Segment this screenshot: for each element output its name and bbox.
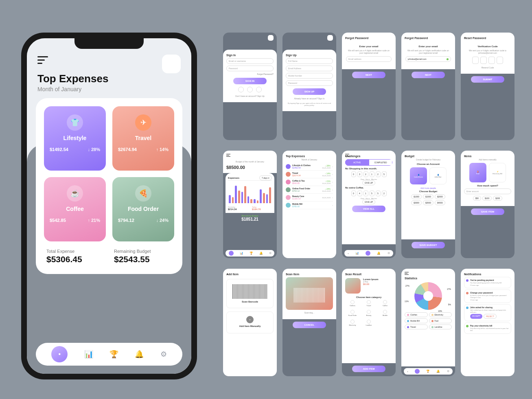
screen-challenges[interactable]: Challenges ACTIVECOMPLETED No Shopping i… (342, 151, 396, 258)
email-field[interactable]: Email Address (286, 66, 333, 71)
submit-button[interactable]: SUBMIT (471, 76, 504, 83)
legend-item[interactable]: Clothes (405, 312, 428, 317)
notification-item[interactable]: John asked for sharingJohn asked you to … (464, 304, 511, 321)
nav-bell-icon[interactable]: 🔔 (259, 252, 263, 255)
tab-segment[interactable]: ACTIVECOMPLETED (345, 159, 392, 166)
legend-item[interactable]: Mobile Bill (405, 318, 428, 323)
email-field[interactable]: Email address (346, 56, 392, 62)
period-dropdown[interactable]: 7 days ▾ (259, 175, 272, 180)
nav-stats-icon[interactable]: 📊 (84, 350, 93, 359)
sign-in-button[interactable]: SIGN IN (233, 78, 266, 84)
amount-field[interactable]: Enter amount (464, 189, 511, 194)
screen-sign-up[interactable]: Sign Up Full Name Email Address Mobile N… (282, 33, 336, 140)
screen-scan-item[interactable]: ← Scan Item Scanning... CANCEL (282, 269, 336, 376)
screen-reset-password[interactable]: ← Reset Password Verification Code We se… (461, 33, 514, 140)
tile-coffee[interactable]: ☕ Coffee $542.85↑ 21% (44, 177, 106, 241)
back-icon[interactable]: ← (405, 154, 408, 158)
account-card[interactable]: 👤Linda Brown (410, 167, 427, 184)
screen-budget-create[interactable]: ← Budget Create budget for February Choo… (401, 151, 455, 258)
next-button[interactable]: NEXT (352, 72, 385, 78)
email-field[interactable]: Email or username (226, 58, 274, 64)
nav-trophy-icon[interactable]: 🏆 (109, 350, 118, 359)
social-icon[interactable] (238, 87, 244, 92)
tile-food-order[interactable]: 🍕 Food Order $794.12↓ 24% (112, 177, 174, 241)
screen-forgot-password-filled[interactable]: ← Forgot Password Enter your email We wi… (401, 33, 455, 140)
resend-code-link[interactable]: Resend Code (465, 66, 510, 69)
category-option[interactable]: Clothes (345, 300, 360, 308)
notification-item[interactable]: Pay your electricity billPay electricity… (464, 322, 511, 334)
scan-barcode-card[interactable]: Scan Barcode (226, 279, 274, 308)
account-card[interactable]: 👤John Doe (429, 167, 447, 184)
legend-item[interactable]: Travel (405, 324, 428, 329)
cancel-button[interactable]: CANCEL (293, 322, 326, 328)
give-up-button[interactable]: GIVE UP (362, 200, 375, 204)
screen-scan-result[interactable]: ← Scan Result Lorem Ipsum 2 Pcs $0.00 Ch… (342, 269, 396, 376)
screen-items[interactable]: ← Items Add items manually ⛽Fuel ⚡Electr… (461, 151, 514, 258)
category-option[interactable]: Travel (361, 300, 376, 308)
item-tile-fuel[interactable]: ⛽Fuel (469, 163, 486, 182)
screen-forgot-password[interactable]: ← Forgot Password Enter your email We wi… (342, 33, 396, 140)
signin-link[interactable]: Already have an account? Sign In (286, 97, 333, 100)
list-item[interactable]: Coffee & Tea$542.85↑ 21%31-01-2020› (286, 178, 333, 186)
nav-gear-icon[interactable]: ⚙ (160, 350, 167, 359)
next-button[interactable]: NEXT (412, 72, 444, 78)
category-option[interactable]: Electricity (345, 320, 360, 328)
nav-trophy-icon[interactable]: 🏆 (250, 252, 253, 255)
tile-travel[interactable]: ✈ Travel $2674.94↑ 14% (112, 106, 174, 171)
screen-budget-overview[interactable]: Budget of the month of January $8500.00 … (223, 151, 277, 258)
notification-item[interactable]: You've pending paymentYou have pending p… (464, 277, 511, 288)
social-icon[interactable] (247, 87, 253, 92)
social-icon[interactable] (256, 87, 262, 92)
tile-lifestyle[interactable]: 👕 Lifestyle $1492.54↓ 28% (44, 106, 106, 171)
item-tile-electricity[interactable]: ⚡Electricity Bill (489, 163, 506, 182)
nav-stats-icon[interactable]: 📊 (240, 252, 243, 255)
menu-icon[interactable] (345, 154, 349, 158)
save-item-button[interactable]: SAVE ITEM (471, 208, 504, 215)
code-inputs[interactable] (465, 57, 510, 64)
view-all-button[interactable]: VIEW ALL (352, 206, 385, 212)
back-icon[interactable]: ← (405, 36, 408, 40)
back-icon[interactable]: ← (286, 272, 289, 276)
list-item[interactable]: Online Food Order$794.12↓ 24%31-01-2020› (286, 186, 333, 194)
avatar[interactable] (268, 153, 274, 159)
notification-item[interactable]: Change your passwordIt's been a year sin… (464, 289, 511, 303)
fullname-field[interactable]: Full Name (286, 58, 333, 64)
nav-bell-icon[interactable]: 🔔 (135, 350, 144, 359)
back-icon[interactable]: ← (345, 272, 349, 276)
avatar[interactable] (162, 55, 181, 73)
forgot-password-link[interactable]: Forgot Password? (226, 73, 274, 75)
nav-home-icon[interactable] (229, 251, 234, 256)
legend-item[interactable]: Electricity (429, 312, 452, 317)
email-field[interactable]: johndoe@email.com (405, 56, 451, 62)
avatar[interactable] (446, 271, 452, 277)
screen-top-expenses-list[interactable]: ← Top Expenses Month of January Lifestyl… (282, 151, 336, 258)
back-icon[interactable]: ← (464, 36, 468, 40)
screen-statistics[interactable]: Statistics 27% 17% 11% 5% 13% ClothesEle… (401, 269, 455, 376)
mobile-field[interactable]: Mobile Number (286, 73, 333, 79)
back-icon[interactable]: ← (345, 36, 349, 40)
avatar[interactable] (327, 35, 333, 41)
avatar[interactable] (268, 35, 274, 41)
nav-gear-icon[interactable]: ⚙ (269, 252, 271, 255)
back-icon[interactable]: ← (464, 154, 468, 158)
back-icon[interactable]: ← (226, 272, 230, 276)
legend-item[interactable]: Fuel (429, 318, 452, 323)
back-icon[interactable]: ← (464, 272, 468, 276)
list-item[interactable]: Lifestyle & Clothes$1492.54↓ 28%31-01-20… (286, 163, 333, 171)
add-people-link[interactable]: Add more people (405, 187, 452, 189)
save-budget-button[interactable]: SAVE BUDGET (412, 242, 444, 248)
category-option[interactable]: Food Order (345, 310, 360, 318)
category-option[interactable]: Mobile (378, 310, 392, 318)
add-item-button[interactable]: ADD ITEM (352, 366, 385, 372)
legend-item[interactable]: Landline (429, 324, 452, 329)
add-manually-card[interactable]: + Add Item Manually (226, 311, 274, 333)
menu-icon[interactable] (226, 154, 230, 158)
screen-add-item[interactable]: ← Add Item Scan Barcode + Add Item Manua… (223, 269, 277, 376)
screen-sign-in[interactable]: Sign In Email or username Password Forgo… (223, 33, 277, 140)
nav-home-icon[interactable]: • (51, 346, 68, 362)
give-up-button[interactable]: GIVE UP (362, 180, 375, 185)
list-item[interactable]: Beauty Care$1380.6431-01-2020› (286, 194, 333, 202)
password-field[interactable]: Password (226, 66, 274, 71)
menu-icon[interactable] (37, 56, 48, 64)
screen-notifications[interactable]: ← Notifications You've pending paymentYo… (461, 269, 514, 376)
